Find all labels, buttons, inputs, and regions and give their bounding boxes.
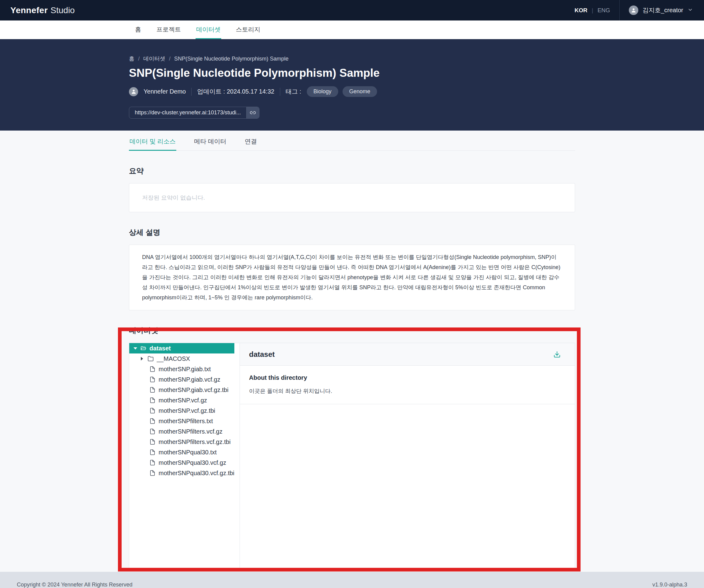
version-text: v1.9.0-alpha.3	[652, 582, 687, 588]
download-icon	[553, 351, 561, 358]
caret-down-icon[interactable]	[133, 348, 140, 350]
tree-item[interactable]: motherSNPfilters.txt	[129, 416, 240, 426]
updated-at: 업데이트 : 2024.05.17 14:32	[197, 88, 274, 96]
share-url-field[interactable]: https://dev-cluster.yennefer.ai:10173/st…	[129, 107, 259, 119]
brand-logo[interactable]: Yennefer Studio	[10, 5, 75, 15]
tag-badge[interactable]: Genome	[343, 86, 377, 97]
detail-tab-label: 연결	[245, 138, 257, 145]
owner-avatar	[129, 87, 138, 96]
tree-item[interactable]: motherSNPqual30.txt	[129, 447, 240, 458]
tree-item[interactable]: motherSNP.giab.vcf.gz	[129, 374, 240, 385]
nav-tabs: 홈 프로젝트 데이터셋 스토리지	[129, 20, 575, 39]
folder-icon	[148, 356, 154, 362]
tag-badge[interactable]: Biology	[307, 86, 338, 97]
about-heading: About this directory	[249, 374, 566, 381]
tree-item[interactable]: motherSNP.vcf.gz	[129, 395, 240, 406]
user-menu[interactable]: 김지호_creator	[620, 5, 704, 15]
tree-item-label: motherSNP.giab.vcf.gz.tbi	[159, 386, 229, 393]
file-icon	[150, 428, 156, 434]
detail-tabs: 데이터 및 리소스 메타 데이터 연결	[129, 130, 575, 151]
tree-item-label: motherSNPfilters.vcf.gz.tbi	[159, 438, 231, 445]
breadcrumb-item[interactable]: 홈	[129, 55, 143, 62]
tree-item-label: motherSNP.vcf.gz	[159, 397, 207, 404]
detail-tab[interactable]: 연결	[244, 136, 257, 151]
username: 김지호_creator	[643, 6, 683, 14]
detail-tab-label: 데이터 및 리소스	[129, 138, 176, 145]
panel-title: dataset	[249, 350, 275, 359]
file-icon	[150, 387, 156, 393]
share-url-text: https://dev-cluster.yennefer.ai:10173/st…	[129, 107, 246, 118]
tree-item-label: motherSNPqual30.vcf.gz	[159, 459, 226, 466]
file-tree: dataset __MACOSX	[129, 343, 240, 569]
main-nav: 홈 프로젝트 데이터셋 스토리지	[0, 20, 704, 39]
tree-item-label: __MACOSX	[157, 355, 190, 362]
language-switcher: KOR | ENG	[575, 7, 610, 14]
nav-tab[interactable]: 홈	[134, 20, 142, 39]
tree-items: __MACOSX motherSNP.giab.txt	[129, 354, 240, 478]
tree-item[interactable]: motherSNPqual30.vcf.gz	[129, 458, 240, 468]
tree-item[interactable]: motherSNPqual30.vcf.gz.tbi	[129, 468, 240, 478]
file-icon	[150, 470, 156, 476]
tree-item-label: motherSNP.giab.vcf.gz	[159, 376, 220, 383]
link-icon	[250, 110, 256, 116]
copy-link-button[interactable]	[246, 107, 259, 118]
user-avatar	[629, 5, 638, 15]
dataset-section: 데이터셋 dataset	[129, 326, 575, 569]
hero-section: 홈 데이터셋 SNP(Single Nucleotide Polymorphis…	[0, 39, 704, 130]
breadcrumb-item[interactable]: 데이터셋	[143, 55, 174, 62]
summary-heading: 요약	[129, 166, 575, 176]
caret-right-icon[interactable]	[141, 357, 148, 361]
lang-divider: |	[592, 7, 593, 14]
breadcrumb-item[interactable]: SNP(Single Nucleotide Polymorphism) Samp…	[174, 56, 288, 62]
directory-panel: dataset About this directory 이곳은 폴더의 최상단…	[240, 343, 575, 569]
meta-divider	[280, 88, 280, 96]
tree-item-label: motherSNP.vcf.gz.tbi	[159, 407, 215, 414]
page-title: SNP(Single Nucleotide Polymorphism) Samp…	[129, 67, 575, 79]
page-footer: Copyright © 2024 Yennefer All Rights Res…	[0, 572, 704, 588]
download-button[interactable]	[553, 351, 561, 358]
nav-tab[interactable]: 데이터셋	[195, 20, 221, 39]
person-icon	[131, 89, 136, 95]
tree-item-label: motherSNPfilters.txt	[159, 418, 213, 425]
detail-tab[interactable]: 데이터 및 리소스	[129, 136, 176, 151]
owner-name: Yennefer Demo	[143, 88, 186, 95]
tree-item[interactable]: motherSNP.vcf.gz.tbi	[129, 406, 240, 416]
tree-item[interactable]: motherSNP.giab.txt	[129, 364, 240, 374]
nav-tab[interactable]: 프로젝트	[156, 20, 181, 39]
person-icon	[631, 7, 637, 13]
brand-name: Yennefer	[10, 5, 48, 15]
tree-root-item[interactable]: dataset	[129, 343, 234, 354]
folder-open-icon	[140, 345, 146, 351]
detail-tabs-row: 데이터 및 리소스 메타 데이터 연결	[0, 130, 704, 151]
nav-tab-label: 데이터셋	[196, 25, 221, 34]
tree-item-label: motherSNPqual30.vcf.gz.tbi	[159, 470, 234, 477]
tree-item[interactable]: __MACOSX	[129, 354, 240, 364]
lang-kor-button[interactable]: KOR	[575, 7, 587, 14]
file-icon	[150, 366, 156, 372]
brand-suffix: Studio	[50, 5, 74, 15]
about-text: 이곳은 폴더의 최상단 위치입니다.	[249, 387, 566, 395]
tree-item[interactable]: motherSNPfilters.vcf.gz.tbi	[129, 437, 240, 447]
dataset-card: dataset __MACOSX	[129, 343, 575, 569]
top-bar: Yennefer Studio KOR | ENG 김지호_creator	[0, 0, 704, 20]
panel-empty-area	[240, 404, 575, 569]
nav-tab-label: 홈	[135, 25, 141, 34]
description-text: DNA 염기서열에서 1000개의 염기서열마다 하나의 염기서열(A,T,G,…	[142, 254, 561, 301]
detail-tab[interactable]: 메타 데이터	[193, 136, 227, 151]
detail-tab-label: 메타 데이터	[194, 138, 226, 145]
meta-row: Yennefer Demo 업데이트 : 2024.05.17 14:32 태그…	[129, 86, 575, 97]
chevron-down-icon	[688, 7, 693, 14]
file-icon	[150, 376, 156, 382]
lang-eng-button[interactable]: ENG	[597, 7, 610, 14]
nav-tab[interactable]: 스토리지	[235, 20, 261, 39]
tree-item[interactable]: motherSNP.giab.vcf.gz.tbi	[129, 385, 240, 395]
file-icon	[150, 449, 156, 455]
description-heading: 상세 설명	[129, 227, 575, 237]
copyright-text: Copyright © 2024 Yennefer All Rights Res…	[17, 582, 133, 588]
file-icon	[150, 439, 156, 445]
file-icon	[150, 397, 156, 403]
tree-item[interactable]: motherSNPfilters.vcf.gz	[129, 426, 240, 437]
tag-list: Biology Genome	[307, 86, 377, 97]
nav-tab-label: 스토리지	[236, 25, 260, 34]
file-icon	[150, 418, 156, 424]
